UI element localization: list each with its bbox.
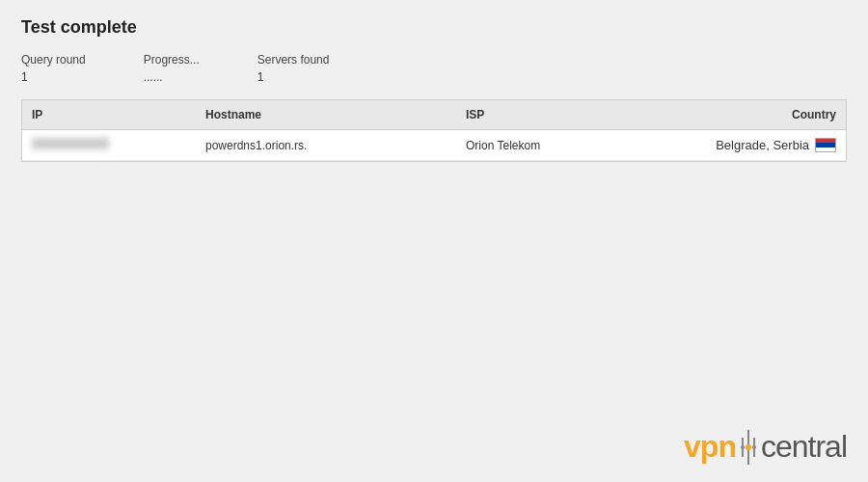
flag-serbia-icon — [815, 138, 836, 152]
results-table: IP Hostname ISP Country powerdns1.orion.… — [21, 99, 847, 162]
page-title: Test complete — [21, 17, 847, 38]
query-round-block: Query round 1 — [21, 53, 86, 84]
brand-central: central — [761, 429, 847, 465]
brand-icon — [740, 430, 757, 465]
stats-row: Query round 1 Progress... ...... Servers… — [21, 53, 847, 84]
table-row: powerdns1.orion.rs. Orion Telekom Belgra… — [22, 130, 846, 161]
col-header-ip: IP — [22, 106, 196, 123]
col-header-isp: ISP — [456, 106, 701, 123]
col-header-country: Country — [701, 106, 846, 123]
query-round-label: Query round — [21, 53, 86, 67]
servers-found-label: Servers found — [258, 53, 330, 67]
query-round-value: 1 — [21, 70, 86, 84]
table-header: IP Hostname ISP Country — [22, 100, 846, 130]
svg-point-4 — [741, 445, 745, 449]
servers-found-block: Servers found 1 — [258, 53, 330, 84]
cell-isp: Orion Telekom — [456, 137, 701, 154]
brand-bar: vpn central — [684, 429, 847, 465]
col-header-hostname: Hostname — [196, 106, 456, 123]
progress-block: Progress... ...... — [144, 53, 200, 84]
svg-point-3 — [746, 444, 751, 450]
progress-value: ...... — [144, 70, 200, 84]
cell-country: Belgrade, Serbia — [701, 138, 846, 152]
cell-hostname: powerdns1.orion.rs. — [196, 137, 456, 154]
main-content: Test complete Query round 1 Progress... … — [0, 0, 868, 179]
svg-point-5 — [752, 445, 756, 449]
progress-label: Progress... — [144, 53, 200, 67]
cell-ip — [22, 136, 196, 154]
brand-vpn: vpn — [684, 429, 736, 465]
country-text: Belgrade, Serbia — [716, 138, 809, 152]
ip-blurred — [32, 138, 109, 149]
servers-found-value: 1 — [258, 70, 330, 84]
